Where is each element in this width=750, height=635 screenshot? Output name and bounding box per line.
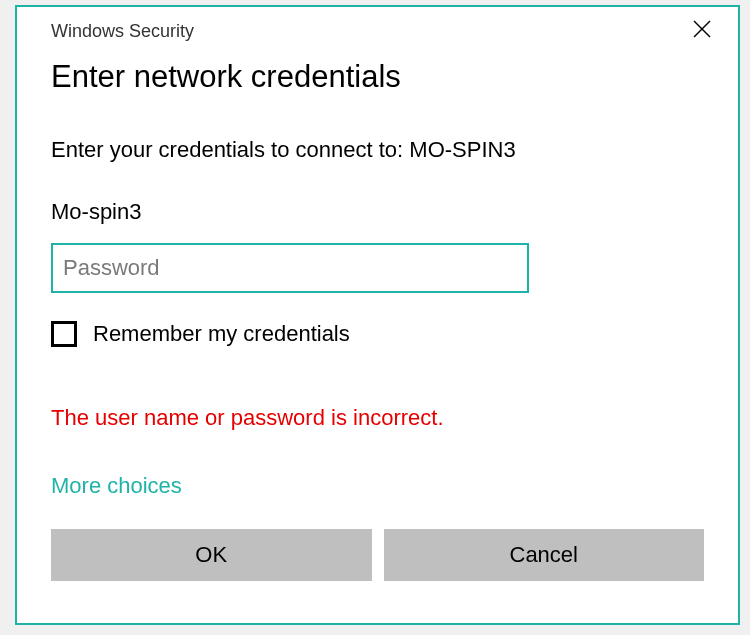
cancel-button[interactable]: Cancel (384, 529, 705, 581)
dialog-content: Enter network credentials Enter your cre… (17, 45, 738, 581)
dialog-header: Windows Security (17, 7, 738, 45)
ok-button[interactable]: OK (51, 529, 372, 581)
remember-checkbox[interactable] (51, 321, 77, 347)
credentials-dialog: Windows Security Enter network credentia… (15, 5, 740, 625)
password-input[interactable] (51, 243, 529, 293)
close-button[interactable] (684, 15, 720, 43)
dialog-heading: Enter network credentials (51, 59, 704, 95)
window-title: Windows Security (51, 21, 194, 42)
remember-credentials-row[interactable]: Remember my credentials (51, 321, 704, 347)
username-label: Mo-spin3 (51, 199, 704, 225)
instruction-text: Enter your credentials to connect to: MO… (51, 137, 704, 163)
more-choices-link[interactable]: More choices (51, 473, 182, 499)
remember-label: Remember my credentials (93, 321, 350, 347)
button-row: OK Cancel (51, 529, 704, 581)
error-message: The user name or password is incorrect. (51, 405, 704, 431)
close-icon (692, 19, 712, 39)
